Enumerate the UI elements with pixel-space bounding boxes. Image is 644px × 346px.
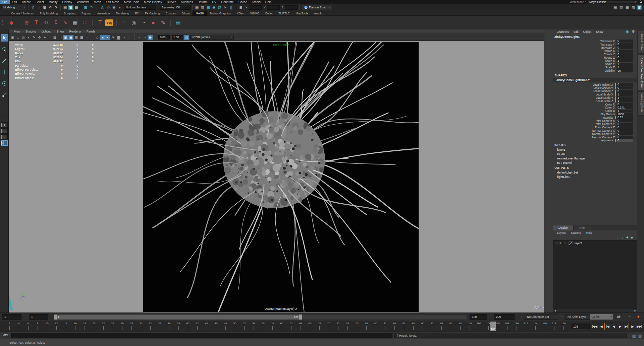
horizontal-scrollbar[interactable]: ◀ ▶ [553, 309, 637, 313]
attribute-value-field[interactable]: 0 [616, 90, 633, 93]
layout-outliner-persp[interactable] [1, 140, 8, 146]
move-layer-up-icon[interactable]: ↑ [616, 235, 620, 239]
bookmark-icon[interactable]: ▪ [26, 35, 31, 40]
layer-tab-display[interactable]: Display [553, 225, 574, 230]
mash-placer-icon[interactable]: ↧ [51, 18, 60, 27]
sphere-curve-icon[interactable]: ◔ [139, 18, 148, 27]
layer-row[interactable]: P layer1 [553, 240, 637, 246]
xray-icon[interactable]: ◒ [137, 35, 142, 40]
rotate-tool[interactable] [1, 80, 8, 87]
camera-attributes-icon[interactable]: ◎ [21, 35, 26, 40]
mash-distribute-icon[interactable]: ≣ [22, 18, 31, 27]
use-all-lights-icon[interactable]: ☀ [111, 35, 116, 40]
snap-grid-icon[interactable]: ⊞ [83, 5, 88, 10]
layer-tab-anim[interactable]: Anim [574, 225, 591, 230]
menu-modify[interactable]: Modify [46, 0, 60, 4]
toggle-attribute-editor-icon[interactable]: ▧ [631, 5, 636, 10]
panel-menu-shading[interactable]: Shading [23, 30, 39, 33]
shelf-tab-rigging[interactable]: Rigging [78, 11, 94, 16]
resolution-gate-icon[interactable]: ▣ [63, 35, 68, 40]
shelf-tab-animation[interactable]: Animation [94, 11, 113, 16]
menu-deform[interactable]: Deform [195, 0, 210, 4]
step-back-key-icon[interactable]: |◀ [604, 323, 610, 330]
sidebar-tab-channel-box-layer-editor[interactable]: Channel Box / Layer Editor [637, 55, 644, 91]
menu-curves[interactable]: Curves [164, 0, 179, 4]
scroll-right-icon[interactable]: ▶ [635, 309, 636, 312]
user-account-menu[interactable]: Damon Smith ▾ [302, 5, 332, 10]
channel-menu-channels[interactable]: Channels [554, 30, 571, 33]
menu-mesh-tools[interactable]: Mesh Tools [122, 0, 142, 4]
channel-slider-handle[interactable] [615, 116, 616, 119]
panel-menu-lighting[interactable]: Lighting [39, 30, 54, 33]
create-empty-layer-icon[interactable]: ✚ [625, 235, 629, 239]
live-surface-field[interactable]: No Live Surface [124, 5, 156, 10]
exposure-icon[interactable]: ◑ [142, 35, 147, 40]
attribute-value-field[interactable]: 0 [616, 43, 633, 46]
attribute-value-field[interactable]: 0 [616, 129, 633, 132]
input-node-layer1[interactable]: layer1 [553, 147, 637, 152]
auto-keyframe-icon[interactable]: ◔ [626, 314, 632, 320]
attribute-value-field[interactable]: 0.141 [616, 106, 633, 109]
mash-type-icon[interactable]: T [32, 18, 41, 27]
range-slider-bar[interactable]: 1 120 [54, 315, 302, 320]
step-back-frame-icon[interactable]: |◀ [598, 323, 604, 330]
snap-view-plane-icon[interactable]: ◇ [106, 5, 111, 10]
layer-display-type-toggle[interactable] [563, 242, 567, 245]
attribute-value-field[interactable]: 0 [616, 40, 633, 43]
textured-icon[interactable]: ◐ [105, 35, 110, 40]
select-camera-icon[interactable]: ▣ [10, 35, 15, 40]
menu-help[interactable]: Help [263, 0, 274, 4]
bifrost-browser-icon[interactable]: ▤ [174, 18, 182, 27]
menu-mesh-display[interactable]: Mesh Display [142, 0, 164, 4]
shelf-tab-custom[interactable]: Custom [163, 11, 178, 16]
attribute-value-field[interactable]: 1 [616, 93, 633, 96]
mash-points-icon[interactable]: ∷ [80, 18, 89, 27]
menu-edit[interactable]: Edit [10, 0, 20, 4]
output-node-lightlist1[interactable]: lightList1 [553, 175, 637, 179]
cut-selected-icon[interactable]: ✂ [223, 5, 228, 10]
menu-edit-mesh[interactable]: Edit Mesh [104, 0, 122, 4]
shadows-icon[interactable]: ▓ [116, 35, 121, 40]
field-chart-icon[interactable]: ⊞ [74, 35, 79, 40]
snap-projected-center-icon[interactable]: ◎ [100, 5, 105, 10]
shelf-options-column[interactable]: ▾≡ [2, 20, 3, 25]
shelf-tab-vismo[interactable]: VISMO [247, 11, 262, 16]
absolute-transform-icon[interactable]: ⊞ [238, 5, 244, 10]
shelf-tab-turtle[interactable]: TURTLE [275, 11, 292, 16]
channel-slider-handle[interactable] [615, 83, 616, 86]
snap-point-icon[interactable]: ∴ [94, 5, 100, 10]
render-sequence-icon[interactable]: ▧ [217, 5, 222, 10]
play-backwards-icon[interactable]: ◀ [611, 323, 616, 330]
attribute-value-field[interactable]: 0 [616, 126, 633, 129]
motion-blur-icon[interactable]: ◌ [127, 35, 132, 40]
menu-display[interactable]: Display [60, 0, 75, 4]
input-node-renderlayermanager[interactable]: renderLayerManager [553, 156, 637, 160]
redo-icon[interactable]: ↷ [53, 5, 59, 10]
layer-visibility-toggle[interactable] [554, 242, 558, 245]
command-line-input[interactable] [11, 333, 392, 338]
layer-color-swatch[interactable] [569, 241, 573, 245]
time-slider-ruler[interactable]: 2468101214161820222426283032343638404244… [0, 321, 568, 332]
shape-node-name[interactable]: aiSkyDomeLightShape1 [553, 78, 637, 82]
character-set-select[interactable]: No Character Set [525, 314, 558, 320]
menu-uv[interactable]: UV [210, 0, 219, 4]
range-end-handle[interactable] [299, 315, 302, 320]
symmetry-select[interactable]: Symmetry: Off [160, 5, 191, 10]
x-input[interactable] [249, 5, 262, 10]
toggle-tool-settings-icon[interactable]: ▦ [625, 5, 630, 10]
soft-body-icon[interactable]: ● [149, 18, 158, 27]
range-slider-track[interactable]: 1 120 [54, 314, 467, 320]
attribute-value-field[interactable]: 0 [616, 56, 633, 59]
menu-file[interactable]: File [0, 0, 10, 4]
channel-slider-handle[interactable] [615, 139, 616, 142]
range-start-handle[interactable] [54, 315, 57, 320]
curve-warp-icon[interactable]: ◌ [120, 18, 128, 27]
attribute-value-field[interactable]: 0 [616, 46, 633, 49]
grease-pencil-icon[interactable]: ✦ [42, 35, 47, 40]
gear-icon[interactable]: ⚙ [631, 29, 636, 34]
film-gate-icon[interactable]: ▭ [58, 35, 63, 40]
gamma-field[interactable]: 1.00 [172, 35, 183, 40]
snap-options-arrow-icon[interactable]: ▾ [117, 5, 122, 10]
shelf-tab-curves-surfaces[interactable]: Curves / Surfaces [8, 11, 37, 16]
type-tool-icon[interactable]: T [96, 18, 104, 27]
